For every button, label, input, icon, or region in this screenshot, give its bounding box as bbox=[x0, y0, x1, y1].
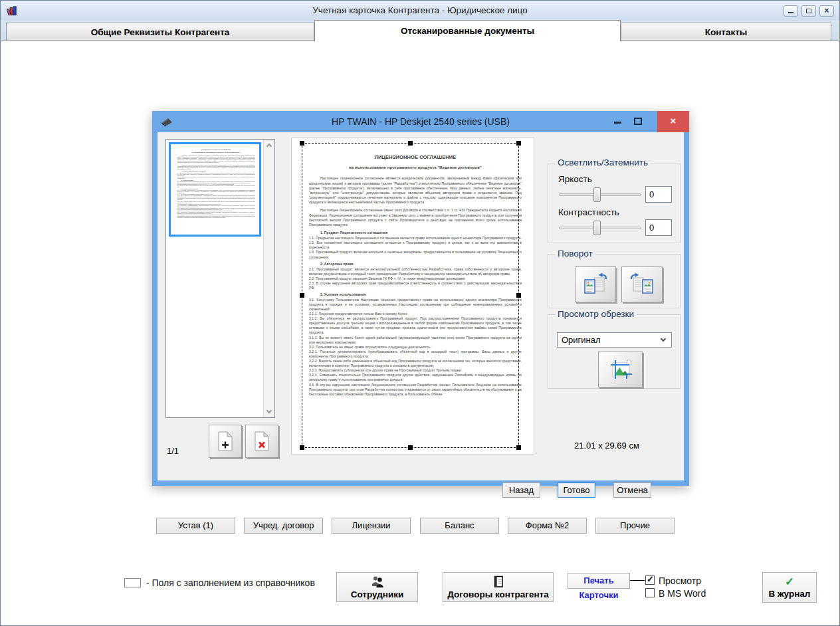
slider-thumb[interactable] bbox=[593, 187, 601, 202]
scan-preview-page: ЛИЦЕНЗИОННОЕ СОГЛАШЕНИЕна использование … bbox=[291, 138, 534, 455]
checkmark-icon: ✓ bbox=[647, 574, 654, 584]
contracts-book-icon bbox=[492, 575, 505, 588]
rotate-label: Поворот bbox=[555, 249, 595, 259]
crop-image-icon bbox=[609, 358, 633, 381]
add-page-icon bbox=[215, 431, 235, 452]
scan-size-label: 21.01 x 29.69 см bbox=[574, 441, 639, 451]
crop-handle[interactable] bbox=[408, 445, 413, 450]
rotate-left-icon bbox=[582, 272, 609, 296]
minimize-button[interactable] bbox=[784, 5, 798, 17]
form2-button[interactable]: Форма №2 bbox=[508, 518, 587, 534]
close-icon: × bbox=[671, 115, 677, 126]
legend-color-swatch bbox=[124, 578, 141, 587]
crop-handle[interactable] bbox=[300, 445, 304, 450]
thumbnail-scrollbar[interactable] bbox=[263, 140, 274, 417]
dialog-titlebar[interactable]: HP TWAIN - HP Deskjet 2540 series (USB) … bbox=[152, 111, 689, 132]
crop-handle[interactable] bbox=[516, 445, 521, 450]
preview-checkbox-label[interactable]: Просмотр bbox=[659, 575, 701, 586]
close-icon: × bbox=[820, 6, 833, 16]
minimize-icon bbox=[788, 12, 793, 13]
lighten-darken-group: Осветлить/Затемнить Яркость Контрастност… bbox=[548, 163, 681, 243]
crop-handle[interactable] bbox=[408, 141, 413, 146]
delete-page-button[interactable] bbox=[245, 425, 278, 458]
contrast-label: Контрастность bbox=[558, 207, 619, 217]
charter-button[interactable]: Устав (1) bbox=[156, 518, 235, 534]
brightness-label: Яркость bbox=[558, 174, 592, 184]
contracts-label: Договоры контрагента bbox=[447, 589, 548, 599]
tab-scanned-documents[interactable]: Отсканированные документы bbox=[314, 20, 621, 41]
tab-general-details[interactable]: Общие Реквизиты Контрагента bbox=[6, 23, 314, 41]
brightness-value-input[interactable] bbox=[645, 186, 672, 203]
crop-preview-label: Просмотр обрезки bbox=[555, 309, 637, 319]
employees-label: Сотрудники bbox=[351, 589, 404, 599]
add-page-button[interactable] bbox=[209, 425, 242, 458]
employees-icon bbox=[370, 575, 385, 588]
preview-checkbox[interactable]: ✓ bbox=[645, 575, 655, 585]
rotate-right-icon bbox=[629, 272, 655, 296]
tab-contacts[interactable]: Контакты bbox=[621, 23, 831, 41]
done-button[interactable]: Готово bbox=[558, 482, 595, 498]
thumbnail-item[interactable]: ЛИЦЕНЗИОННОЕ СОГЛАШЕНИЕна использование … bbox=[169, 142, 261, 237]
crop-selection[interactable] bbox=[302, 143, 519, 448]
contracts-button[interactable]: Договоры контрагента bbox=[443, 572, 554, 602]
chevron-down-icon bbox=[661, 336, 666, 342]
green-check-icon: ✓ bbox=[785, 577, 794, 587]
window-titlebar: Учетная карточка Контрагента - Юридическ… bbox=[1, 1, 839, 21]
crop-preview-button[interactable] bbox=[598, 352, 643, 387]
brightness-slider[interactable] bbox=[559, 187, 641, 202]
other-button[interactable]: Прочие bbox=[595, 518, 675, 534]
dialog-body: ЛИЦЕНЗИОННОЕ СОГЛАШЕНИЕна использование … bbox=[158, 132, 684, 480]
contrast-value-input[interactable] bbox=[645, 219, 672, 236]
delete-page-icon bbox=[252, 431, 272, 452]
maximize-icon bbox=[634, 118, 642, 125]
crop-handle[interactable] bbox=[300, 293, 304, 298]
to-journal-button[interactable]: ✓ В журнал bbox=[762, 572, 817, 603]
minimize-icon bbox=[614, 122, 621, 124]
scanner-dialog: HP TWAIN - HP Deskjet 2540 series (USB) … bbox=[152, 111, 689, 486]
rotate-right-button[interactable] bbox=[621, 266, 663, 302]
maximize-icon bbox=[806, 9, 811, 13]
thumbnail-list: ЛИЦЕНЗИОННОЕ СОГЛАШЕНИЕна использование … bbox=[165, 139, 275, 418]
dialog-maximize-button[interactable] bbox=[628, 111, 648, 132]
employees-button[interactable]: Сотрудники bbox=[336, 572, 418, 602]
lighten-darken-label: Осветлить/Затемнить bbox=[555, 157, 651, 167]
close-button[interactable]: × bbox=[819, 5, 834, 17]
crop-handle[interactable] bbox=[516, 141, 521, 146]
application-window: Учетная карточка Контрагента - Юридическ… bbox=[0, 0, 840, 626]
to-journal-label: В журнал bbox=[769, 589, 811, 599]
balance-button[interactable]: Баланс bbox=[420, 518, 499, 534]
crop-handle[interactable] bbox=[516, 293, 521, 298]
licenses-button[interactable]: Лицензии bbox=[332, 518, 411, 534]
msword-checkbox-label[interactable]: В MS Word bbox=[659, 588, 706, 599]
scroll-up-icon[interactable] bbox=[266, 144, 272, 149]
connector-line bbox=[630, 580, 645, 581]
legend-text: - Поля с заполнением из справочников bbox=[146, 578, 315, 587]
rotate-group: Поворот bbox=[548, 254, 681, 308]
tab-bar: Общие Реквизиты Контрагента Отсканирован… bbox=[1, 21, 839, 41]
dialog-close-button[interactable]: × bbox=[657, 111, 689, 132]
contrast-slider[interactable] bbox=[559, 221, 641, 235]
dialog-minimize-button[interactable] bbox=[608, 111, 628, 132]
window-title: Учетная карточка Контрагента - Юридическ… bbox=[1, 1, 839, 21]
page-counter: 1/1 bbox=[167, 446, 179, 456]
crop-handle[interactable] bbox=[300, 141, 304, 146]
slider-thumb[interactable] bbox=[593, 221, 601, 235]
cancel-button[interactable]: Отмена bbox=[613, 482, 651, 498]
rotate-left-button[interactable] bbox=[575, 266, 616, 302]
back-button[interactable]: Назад bbox=[502, 482, 540, 498]
crop-preview-group: Просмотр обрезки Оригинал bbox=[548, 314, 681, 389]
crop-preview-selected-option: Оригинал bbox=[562, 335, 601, 345]
maximize-button[interactable] bbox=[801, 5, 816, 17]
crop-preview-select[interactable]: Оригинал bbox=[557, 332, 672, 348]
msword-checkbox[interactable] bbox=[645, 588, 655, 597]
scroll-down-icon[interactable] bbox=[266, 408, 272, 413]
print-card-button[interactable]: Печать Карточки bbox=[568, 573, 630, 589]
founding-contract-button[interactable]: Учред. договор bbox=[244, 518, 323, 534]
